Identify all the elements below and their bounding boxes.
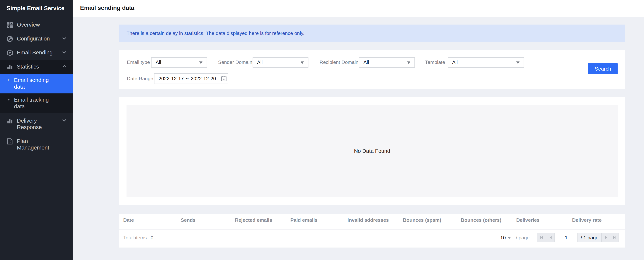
sidebar-item-email-sending[interactable]: Email Sending (0, 46, 73, 60)
date-end-value: 2022-12-20 (191, 76, 216, 82)
caret-down-icon (199, 61, 202, 64)
sidebar-item-email-tracking-data[interactable]: Email tracking data (0, 93, 73, 113)
column-header-bounces-spam: Bounces (spam) (403, 217, 441, 223)
chevron-up-icon (62, 65, 66, 68)
search-button[interactable]: Search (588, 63, 618, 74)
column-header-sends: Sends (181, 217, 196, 223)
last-page-button[interactable] (610, 233, 618, 242)
column-header-paid-emails: Paid emails (290, 217, 318, 223)
current-page-indicator[interactable]: 1 (554, 233, 578, 242)
email-type-value: All (156, 59, 161, 65)
total-items: Total items:0 (123, 235, 153, 241)
prev-page-icon (549, 236, 552, 239)
sidebar-item-label: Configuration (17, 36, 50, 42)
sidebar: Simple Email Service Overview (0, 0, 73, 260)
first-page-icon (540, 236, 544, 239)
recipient-domain-select[interactable]: All (359, 57, 415, 68)
sidebar-item-label: Plan Management (17, 138, 58, 151)
template-label: Template (425, 57, 445, 68)
caret-down-icon (300, 61, 304, 64)
page-size-select[interactable]: 10 (500, 235, 512, 241)
caret-down-icon (508, 237, 511, 239)
stats-icon (6, 64, 13, 70)
app-root: Simple Email Service Overview (0, 0, 644, 260)
sender-domain-label: Sender Domain (218, 57, 252, 68)
sidebar-item-configuration[interactable]: Configuration (0, 32, 73, 46)
next-page-button[interactable] (602, 233, 610, 242)
data-table-panel: Date Sends Rejected emails Paid emails I… (119, 214, 625, 248)
column-header-invalid-addresses: Invalid addresses (348, 217, 389, 223)
page-title: Email sending data (80, 4, 134, 11)
sidebar-item-statistics[interactable]: Statistics (0, 60, 73, 74)
sidebar-item-email-sending-data[interactable]: Email sending data (0, 74, 73, 93)
sidebar-item-label: Overview (17, 22, 40, 28)
template-value: All (452, 59, 458, 65)
date-range-label: Date Range (127, 73, 153, 84)
date-range-input[interactable]: 2022-12-17 ~ 2022-12-20 (154, 73, 228, 84)
send-icon (6, 50, 13, 56)
column-header-bounces-others: Bounces (others) (461, 217, 502, 223)
column-header-deliveries: Deliveries (516, 217, 540, 223)
caret-down-icon (407, 61, 410, 64)
total-items-label: Total items: (123, 235, 148, 241)
bullet-icon (8, 79, 10, 81)
bullet-icon (8, 99, 10, 101)
column-header-date: Date (123, 217, 134, 223)
recipient-domain-value: All (364, 59, 369, 65)
email-type-select[interactable]: All (151, 57, 207, 68)
table-header-row: Date Sends Rejected emails Paid emails I… (119, 214, 625, 229)
table-footer: Total items:0 10 / page 1 (119, 230, 625, 248)
last-page-icon (612, 236, 616, 239)
pager: 1 / 1 page (537, 233, 619, 242)
sidebar-item-label: Delivery Response (17, 118, 58, 131)
chevron-down-icon (62, 51, 66, 54)
chart-empty-area: No Data Found (126, 105, 618, 197)
sidebar-subitem-label: Email tracking data (14, 97, 55, 110)
sidebar-subitem-label: Email sending data (14, 77, 55, 90)
app-title: Simple Email Service (6, 5, 64, 11)
caret-down-icon (516, 61, 520, 64)
sender-domain-value: All (257, 59, 262, 65)
recipient-domain-label: Recipient Domain (320, 57, 358, 68)
topbar: Email sending data (73, 0, 644, 17)
sidebar-item-label: Email Sending (17, 50, 52, 56)
sidebar-section-statistics: Statistics Email sending data Email trac… (0, 60, 73, 113)
no-data-text: No Data Found (354, 148, 390, 154)
notice-text: There is a certain delay in statistics. … (126, 30, 304, 36)
notice-banner: There is a certain delay in statistics. … (119, 24, 625, 42)
prev-page-button[interactable] (546, 233, 554, 242)
per-page-label: / page (516, 235, 530, 241)
column-header-delivery-rate: Delivery rate (572, 217, 602, 223)
calendar-icon (221, 76, 227, 82)
filter-panel: Email type All Sender Domain All Recipie… (119, 50, 625, 89)
sender-domain-select[interactable]: All (252, 57, 308, 68)
page-size-value: 10 (500, 235, 506, 241)
sidebar-item-overview[interactable]: Overview (0, 18, 73, 32)
chevron-down-icon (62, 119, 66, 122)
sidebar-item-label: Statistics (17, 64, 39, 70)
chart-panel: No Data Found (119, 97, 625, 205)
grid-icon (6, 22, 13, 28)
sidebar-nav: Overview Configuration (0, 18, 73, 155)
sidebar-item-plan-management[interactable]: Plan Management (0, 134, 73, 155)
total-items-value: 0 (150, 235, 153, 241)
page-count-indicator: / 1 page (578, 233, 602, 242)
date-start-value: 2022-12-17 (158, 76, 184, 82)
first-page-button[interactable] (537, 233, 546, 242)
date-separator: ~ (186, 76, 188, 82)
plan-icon (6, 138, 13, 145)
chevron-down-icon (62, 37, 66, 40)
bars-icon (6, 118, 13, 124)
column-header-rejected-emails: Rejected emails (235, 217, 272, 223)
sidebar-item-delivery-response[interactable]: Delivery Response (0, 114, 73, 134)
next-page-icon (604, 236, 607, 239)
email-type-label: Email type (127, 57, 150, 68)
template-select[interactable]: All (448, 57, 524, 68)
config-icon (6, 36, 13, 42)
